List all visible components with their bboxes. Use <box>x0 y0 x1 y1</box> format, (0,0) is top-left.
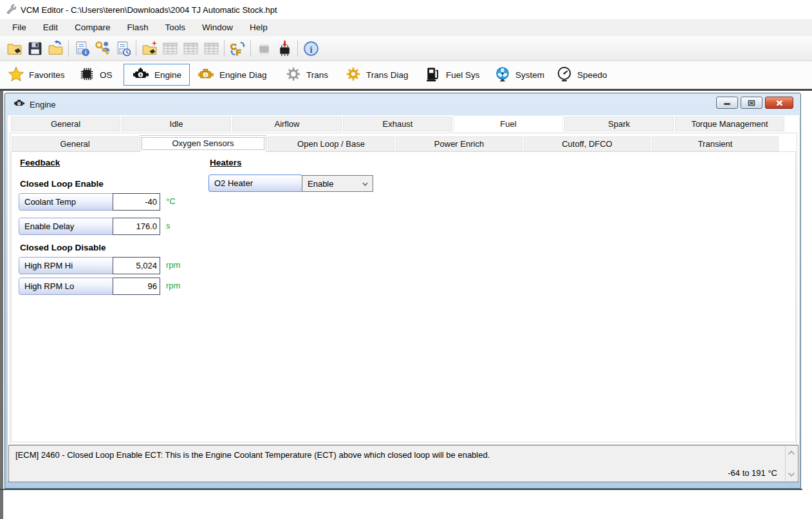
param-row-high-rpm-hi: High RPM Hi 5,024 <box>19 257 160 274</box>
save-file-icon[interactable] <box>24 38 45 59</box>
nav-item-trans[interactable]: Trans <box>285 61 328 89</box>
scroll-down-icon[interactable] <box>788 472 795 477</box>
chevron-down-icon <box>362 182 368 186</box>
app-title: VCM Editor - C:\Users\teren\Downloads\20… <box>21 5 277 15</box>
menu-compare[interactable]: Compare <box>66 19 119 36</box>
svg-text:i: i <box>309 44 312 54</box>
enable-delay-unit: s <box>166 221 171 231</box>
closed-loop-enable-heading: Closed Loop Enable <box>20 179 104 189</box>
info-icon[interactable]: i <box>300 38 321 59</box>
high-rpm-lo-value-input[interactable]: 96 <box>113 278 160 295</box>
window-controls <box>716 97 793 109</box>
menu-tools[interactable]: Tools <box>157 19 194 36</box>
high-rpm-lo-label-button[interactable]: High RPM Lo <box>19 278 113 294</box>
nav-item-engine-diag[interactable]: Engine Diag <box>197 61 267 89</box>
subtab-power-enrich[interactable]: Power Enrich <box>396 137 522 151</box>
nav-item-speedo[interactable]: Speedo <box>556 61 607 89</box>
write-vcm-chip-icon[interactable] <box>274 38 295 59</box>
minimize-button[interactable] <box>716 97 738 109</box>
engine-window-title-bar[interactable]: Engine <box>5 93 800 115</box>
restore-button[interactable] <box>741 97 762 109</box>
toolbar: i CF i <box>0 36 812 61</box>
subtab-open-loop-base[interactable]: Open Loop / Base <box>268 137 394 151</box>
nav-item-favorites[interactable]: Favorites <box>8 61 65 89</box>
coolant-temp-unit: °C <box>166 196 176 206</box>
nav-item-engine[interactable]: Engine <box>124 64 190 86</box>
subtab-general[interactable]: General <box>12 137 138 151</box>
menu-bar: File Edit Compare Flash Tools Window Hel… <box>0 19 812 36</box>
license-key-icon[interactable] <box>92 38 113 59</box>
param-row-enable-delay: Enable Delay 176.0 <box>19 218 160 235</box>
star-icon <box>8 66 24 84</box>
compare-file-icon[interactable] <box>139 38 160 59</box>
toolbar-separator <box>68 40 69 57</box>
close-file-icon[interactable] <box>45 38 66 59</box>
enable-delay-label-button[interactable]: Enable Delay <box>19 218 113 234</box>
parameter-info-panel: [ECM] 2460 - Closed Loop Enable ECT: Thi… <box>8 445 798 482</box>
coolant-temp-label-button[interactable]: Coolant Temp <box>19 194 113 210</box>
open-file-icon[interactable] <box>4 38 24 59</box>
menu-file[interactable]: File <box>4 19 35 36</box>
file-info-icon[interactable]: i <box>71 38 92 59</box>
engine-window-title: Engine <box>30 100 55 109</box>
nav-item-system[interactable]: System <box>494 61 544 89</box>
subtab-oxygen-sensors[interactable]: Oxygen Sensors <box>140 135 266 152</box>
high-rpm-hi-label-button[interactable]: High RPM Hi <box>19 258 113 274</box>
tab-spark[interactable]: Spark <box>564 117 674 131</box>
o2-heater-dropdown[interactable]: Enable <box>302 175 373 192</box>
table-icon-disabled-3[interactable] <box>201 38 221 59</box>
table-icon-disabled-2[interactable] <box>180 38 201 59</box>
parameter-range: -64 to 191 °C <box>728 468 777 478</box>
close-button[interactable] <box>765 97 793 109</box>
subtab-transient[interactable]: Transient <box>652 137 779 151</box>
read-vcm-chip-icon-disabled[interactable] <box>254 38 274 59</box>
tab-exhaust[interactable]: Exhaust <box>343 117 452 131</box>
info-panel-scrollbar[interactable] <box>785 446 797 481</box>
subtab-cutoff-dfco[interactable]: Cutoff, DFCO <box>524 137 651 151</box>
nav-label: Fuel Sys <box>446 70 480 80</box>
enable-delay-value-input[interactable]: 176.0 <box>113 218 160 235</box>
parameter-description: [ECM] 2460 - Closed Loop Enable ECT: Thi… <box>15 450 768 460</box>
engine-window: Engine General Idle Airflow Exhaust Fuel… <box>5 93 801 489</box>
closed-loop-disable-heading: Closed Loop Disable <box>20 243 106 252</box>
tab-idle[interactable]: Idle <box>122 117 231 131</box>
speedometer-icon <box>556 66 573 84</box>
svg-text:i: i <box>85 49 86 55</box>
nav-item-trans-diag[interactable]: Trans Diag <box>345 61 409 89</box>
table-icon-disabled-1[interactable] <box>160 38 180 59</box>
scroll-up-icon[interactable] <box>788 450 795 455</box>
menu-edit[interactable]: Edit <box>35 19 66 36</box>
o2-heater-label-button[interactable]: O2 Heater <box>208 175 302 192</box>
nav-label: System <box>515 70 544 80</box>
gear-outline-icon <box>285 66 302 84</box>
menu-window[interactable]: Window <box>194 19 241 36</box>
nav-label: Engine Diag <box>219 70 267 80</box>
mdi-left-border <box>0 91 3 519</box>
engine-diag-icon <box>197 66 215 84</box>
menu-flash[interactable]: Flash <box>119 19 157 36</box>
file-history-icon[interactable] <box>113 38 133 59</box>
toolbar-separator <box>297 40 298 57</box>
nav-item-fuel-sys[interactable]: Fuel Sys <box>425 61 480 89</box>
o2-heater-selected-option: Enable <box>308 179 333 189</box>
tab-torque-management[interactable]: Torque Management <box>675 117 784 131</box>
tab-fuel[interactable]: Fuel <box>454 115 563 133</box>
heaters-heading: Heaters <box>210 158 242 167</box>
wrench-icon <box>5 3 16 17</box>
mdi-top-border <box>0 89 812 91</box>
feedback-heading: Feedback <box>20 158 60 167</box>
menu-help[interactable]: Help <box>241 19 276 36</box>
tab-airflow[interactable]: Airflow <box>232 117 342 131</box>
nav-bar: Favorites OS Engine Engine Diag Trans Tr… <box>0 61 812 89</box>
toolbar-separator <box>224 40 225 57</box>
high-rpm-hi-value-input[interactable]: 5,024 <box>113 257 160 274</box>
unit-toggle-cf-icon[interactable]: CF <box>227 38 248 59</box>
nav-label: Speedo <box>577 70 607 80</box>
coolant-temp-value-input[interactable]: -40 <box>113 193 160 211</box>
nav-label: Trans Diag <box>366 70 409 80</box>
nav-item-os[interactable]: OS <box>78 61 113 89</box>
fuel-pump-icon <box>425 66 441 84</box>
gear-gold-icon <box>345 66 362 84</box>
tab-general[interactable]: General <box>11 117 120 131</box>
nav-label: Engine <box>154 70 181 80</box>
